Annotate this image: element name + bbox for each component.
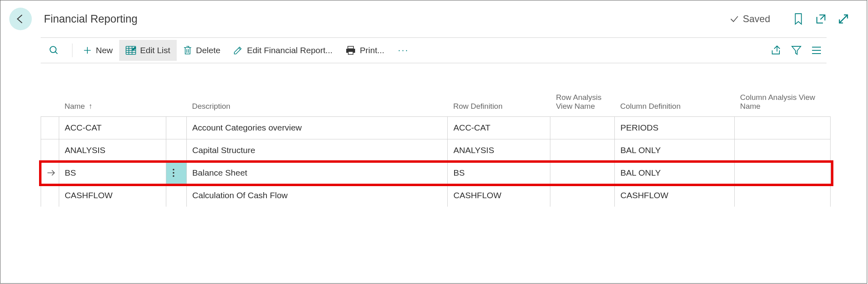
cell-row-analysis-view[interactable] <box>550 116 615 139</box>
cell-column-analysis-view[interactable] <box>734 162 830 184</box>
ellipsis-icon: ··· <box>398 45 409 56</box>
edit-report-label: Edit Financial Report... <box>247 46 332 55</box>
cell-name[interactable]: ACC-CAT <box>59 116 166 139</box>
list-icon <box>811 46 822 55</box>
table-row[interactable]: ANALYSISCapital StructureANALYSISBAL ONL… <box>41 139 831 162</box>
funnel-icon <box>791 45 802 56</box>
table-row[interactable]: BSBalance SheetBSBAL ONLY <box>41 162 831 184</box>
share-button[interactable] <box>768 42 785 59</box>
cell-name[interactable]: ANALYSIS <box>59 139 166 162</box>
popout-icon <box>815 13 827 25</box>
new-button[interactable]: New <box>76 40 119 61</box>
cell-column-definition[interactable]: PERIODS <box>614 116 734 139</box>
cell-name[interactable]: CASHFLOW <box>59 184 166 207</box>
cell-row-analysis-view[interactable] <box>550 139 615 162</box>
saved-indicator: Saved <box>729 13 770 25</box>
new-label: New <box>96 46 113 55</box>
cell-row-analysis-view[interactable] <box>550 162 615 184</box>
check-icon <box>729 14 740 24</box>
more-actions-button[interactable]: ··· <box>391 40 416 61</box>
row-menu-button[interactable] <box>166 139 186 162</box>
cell-column-definition[interactable]: CASHFLOW <box>614 184 734 207</box>
edit-list-icon <box>126 46 136 55</box>
column-header-column-analysis-view[interactable]: Column Analysis View Name <box>734 72 830 116</box>
svg-point-7 <box>173 175 174 177</box>
bookmark-button[interactable] <box>791 12 806 26</box>
search-button[interactable] <box>44 40 68 61</box>
table-row[interactable]: CASHFLOWCalculation Of Cash FlowCASHFLOW… <box>41 184 831 207</box>
cell-row-definition[interactable]: CASHFLOW <box>448 184 550 207</box>
expand-button[interactable] <box>836 12 851 26</box>
edit-list-label: Edit List <box>140 46 170 55</box>
delete-label: Delete <box>196 46 221 55</box>
row-menu-button[interactable] <box>166 184 186 207</box>
cell-description[interactable]: Account Categories overview <box>186 116 448 139</box>
svg-point-6 <box>173 172 174 174</box>
trash-icon <box>183 46 192 55</box>
cell-column-analysis-view[interactable] <box>734 116 830 139</box>
edit-list-button[interactable]: Edit List <box>119 40 177 61</box>
svg-rect-4 <box>348 52 353 54</box>
printer-icon <box>345 46 356 55</box>
column-header-row-analysis-view[interactable]: Row Analysis View Name <box>550 72 615 116</box>
financial-reports-table: Name ↑ Description Row Definition Row An… <box>41 72 831 207</box>
expand-icon <box>837 13 849 25</box>
print-label: Print... <box>360 46 384 55</box>
row-menu-button[interactable] <box>166 162 186 184</box>
cell-row-analysis-view[interactable] <box>550 184 615 207</box>
cell-column-analysis-view[interactable] <box>734 139 830 162</box>
cell-name[interactable]: BS <box>59 162 166 184</box>
plus-icon <box>83 46 92 55</box>
cell-row-definition[interactable]: BS <box>448 162 550 184</box>
share-icon <box>771 45 782 56</box>
bookmark-icon <box>793 12 804 25</box>
search-icon <box>49 45 59 56</box>
row-menu-button[interactable] <box>166 116 186 139</box>
table-row[interactable]: ACC-CATAccount Categories overviewACC-CA… <box>41 116 831 139</box>
saved-label: Saved <box>743 13 770 25</box>
row-selector[interactable] <box>41 184 59 207</box>
row-selector[interactable] <box>41 116 59 139</box>
cell-description[interactable]: Capital Structure <box>186 139 448 162</box>
row-selector[interactable] <box>41 162 59 184</box>
row-selector[interactable] <box>41 139 59 162</box>
cell-column-analysis-view[interactable] <box>734 184 830 207</box>
popout-button[interactable] <box>814 12 828 26</box>
filter-button[interactable] <box>788 42 805 59</box>
svg-point-0 <box>50 46 56 52</box>
toolbar-separator <box>72 44 72 57</box>
cell-column-definition[interactable]: BAL ONLY <box>614 139 734 162</box>
column-header-description[interactable]: Description <box>186 72 448 116</box>
pencil-icon <box>233 46 243 55</box>
cell-description[interactable]: Calculation Of Cash Flow <box>186 184 448 207</box>
list-view-button[interactable] <box>808 42 825 59</box>
page-title: Financial Reporting <box>44 13 138 25</box>
cell-row-definition[interactable]: ACC-CAT <box>448 116 550 139</box>
svg-rect-2 <box>348 46 353 49</box>
column-header-row-definition[interactable]: Row Definition <box>448 72 550 116</box>
print-button[interactable]: Print... <box>339 40 391 61</box>
cell-row-definition[interactable]: ANALYSIS <box>448 139 550 162</box>
cell-description[interactable]: Balance Sheet <box>186 162 448 184</box>
column-header-name[interactable]: Name ↑ <box>59 72 166 116</box>
column-header-column-definition[interactable]: Column Definition <box>614 72 734 116</box>
sort-asc-icon: ↑ <box>89 102 93 111</box>
edit-report-button[interactable]: Edit Financial Report... <box>227 40 339 61</box>
back-button[interactable] <box>9 8 32 30</box>
svg-point-5 <box>173 169 174 170</box>
arrow-left-icon <box>14 13 27 25</box>
delete-button[interactable]: Delete <box>177 40 227 61</box>
cell-column-definition[interactable]: BAL ONLY <box>614 162 734 184</box>
